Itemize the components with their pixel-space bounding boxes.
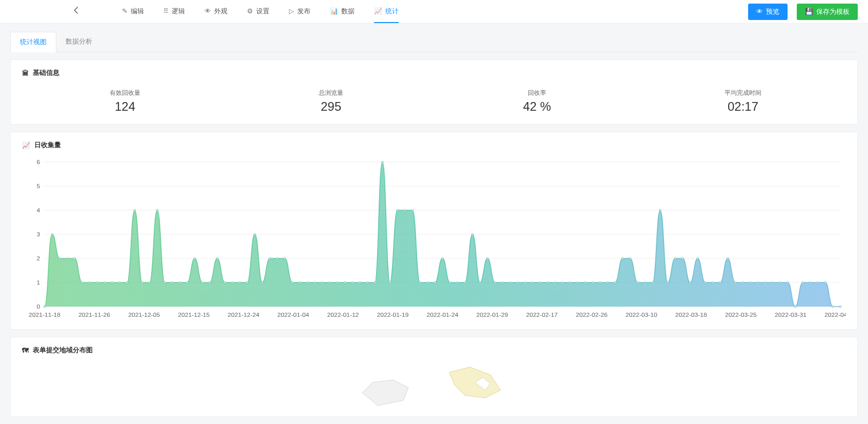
svg-point-95	[652, 281, 654, 283]
svg-point-72	[479, 281, 481, 283]
svg-point-116	[810, 281, 812, 283]
svg-point-115	[802, 281, 804, 283]
eye-icon: 👁	[756, 8, 763, 15]
svg-point-28	[149, 281, 151, 283]
stat-value-1: 295	[228, 99, 434, 114]
svg-text:2021-12-05: 2021-12-05	[128, 312, 160, 317]
svg-text:5: 5	[37, 183, 40, 189]
preview-button[interactable]: 👁 预览	[748, 4, 788, 20]
tab-publish[interactable]: ▷发布	[289, 0, 311, 23]
svg-point-107	[742, 281, 744, 283]
svg-point-85	[576, 281, 578, 283]
svg-point-99	[682, 257, 684, 259]
basic-info-title: 基础信息	[33, 68, 59, 77]
svg-point-60	[389, 281, 391, 283]
svg-text:2022-04-08: 2022-04-08	[824, 312, 846, 317]
svg-text:2: 2	[37, 255, 40, 261]
svg-point-108	[749, 281, 751, 283]
tab-edit[interactable]: ✎编辑	[122, 0, 144, 23]
svg-text:0: 0	[37, 304, 40, 309]
svg-text:2021-11-18: 2021-11-18	[29, 312, 60, 317]
svg-point-41	[246, 281, 249, 283]
sub-tab-1[interactable]: 数据分析	[56, 32, 101, 52]
svg-point-109	[757, 281, 759, 283]
tab-settings[interactable]: ⚙设置	[247, 0, 270, 23]
svg-point-79	[532, 281, 534, 283]
svg-point-20	[89, 281, 91, 283]
svg-point-90	[614, 281, 616, 283]
save-icon: 💾	[805, 8, 813, 15]
save-template-button[interactable]: 💾 保存为模板	[797, 4, 858, 20]
svg-point-112	[779, 281, 781, 283]
svg-point-44	[269, 257, 271, 259]
svg-point-48	[299, 281, 301, 283]
stat-label-1: 总浏览量	[228, 89, 434, 97]
map-icon: 🗺	[22, 347, 29, 354]
svg-point-51	[321, 281, 323, 283]
svg-text:1: 1	[37, 279, 40, 285]
svg-point-38	[224, 281, 226, 283]
stat-value-3: 02:17	[640, 99, 846, 114]
svg-point-52	[329, 281, 331, 283]
basic-info-card: 🏛 基础信息 有效回收量124总浏览量295回收率42 %平均完成时间02:17	[10, 59, 858, 125]
svg-point-87	[592, 281, 594, 283]
tab-statistics[interactable]: 📈统计	[374, 0, 399, 23]
svg-text:2021-12-15: 2021-12-15	[178, 312, 210, 317]
svg-text:2021-11-26: 2021-11-26	[78, 312, 110, 317]
stat-2: 回收率42 %	[434, 89, 640, 114]
svg-point-71	[471, 233, 473, 235]
svg-point-78	[524, 281, 526, 283]
tab-publish-label: 发布	[297, 7, 311, 16]
back-button[interactable]	[72, 6, 81, 17]
svg-point-19	[81, 281, 84, 283]
daily-chart-title: 日收集量	[34, 140, 61, 150]
svg-point-31	[171, 281, 173, 283]
svg-point-45	[276, 257, 278, 259]
svg-point-18	[74, 257, 76, 259]
map-title-row: 🗺 表单提交地域分布图	[22, 346, 846, 355]
daily-chart-svg: 01234562021-11-182021-11-262021-12-05202…	[22, 157, 846, 321]
svg-point-114	[794, 306, 796, 307]
svg-point-81	[547, 281, 549, 283]
svg-text:2022-02-17: 2022-02-17	[526, 312, 558, 317]
stat-label-0: 有效回收量	[22, 89, 228, 97]
stat-label-3: 平均完成时间	[640, 89, 846, 97]
tab-data-label: 数据	[341, 7, 355, 16]
svg-point-33	[187, 281, 189, 283]
top-bar: ✎编辑⠿逻辑👁外观⚙设置▷发布📊数据📈统计 👁 预览 💾 保存为模板	[0, 0, 868, 24]
stat-0: 有效回收量124	[22, 89, 228, 114]
daily-chart-title-row: 📈 日收集量	[22, 140, 846, 150]
svg-text:2022-03-25: 2022-03-25	[725, 312, 757, 317]
svg-text:2022-02-26: 2022-02-26	[576, 312, 608, 317]
stat-1: 总浏览量295	[228, 89, 434, 114]
svg-point-69	[457, 281, 459, 283]
tab-statistics-icon: 📈	[374, 7, 382, 15]
svg-text:2021-12-24: 2021-12-24	[228, 312, 260, 317]
svg-point-93	[637, 281, 639, 283]
svg-point-65	[426, 281, 428, 283]
svg-point-55	[352, 281, 354, 283]
tab-edit-label: 编辑	[131, 7, 144, 16]
line-chart-icon: 📈	[22, 142, 30, 149]
svg-point-62	[404, 209, 406, 211]
tab-appearance[interactable]: 👁外观	[204, 0, 228, 23]
svg-text:2022-01-04: 2022-01-04	[277, 312, 309, 317]
svg-point-70	[464, 281, 466, 283]
svg-point-105	[727, 257, 729, 259]
map-title: 表单提交地域分布图	[33, 346, 93, 355]
nav-tabs: ✎编辑⠿逻辑👁外观⚙设置▷发布📊数据📈统计	[122, 0, 399, 23]
svg-point-118	[824, 281, 826, 283]
tab-logic[interactable]: ⠿逻辑	[163, 0, 185, 23]
tab-appearance-label: 外观	[214, 7, 228, 16]
svg-text:2022-01-24: 2022-01-24	[427, 312, 459, 317]
svg-point-63	[411, 209, 414, 211]
svg-point-67	[442, 257, 444, 259]
svg-point-35	[201, 281, 203, 283]
arrow-left-icon	[72, 6, 81, 15]
top-actions: 👁 预览 💾 保存为模板	[748, 4, 858, 20]
svg-point-17	[66, 257, 68, 259]
tab-data[interactable]: 📊数据	[330, 0, 355, 23]
svg-point-66	[434, 281, 436, 283]
sub-tab-0[interactable]: 统计视图	[10, 32, 56, 52]
svg-point-53	[337, 281, 339, 283]
